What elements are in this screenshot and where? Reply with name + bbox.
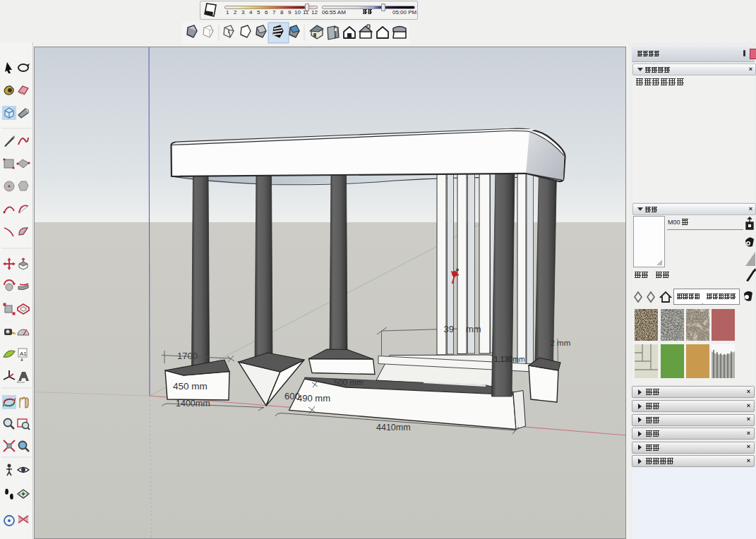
svg-text:A1: A1 — [20, 351, 27, 357]
svg-text:mm: mm — [466, 324, 481, 334]
svg-text:4410mm: 4410mm — [376, 423, 411, 432]
svg-text:2 mm: 2 mm — [551, 339, 571, 347]
svg-text:39: 39 — [444, 324, 454, 334]
svg-text:1400mm: 1400mm — [176, 399, 210, 408]
svg-text:490 mm: 490 mm — [297, 393, 330, 404]
svg-text:450 mm: 450 mm — [173, 381, 208, 392]
svg-text:1700: 1700 — [177, 351, 198, 361]
svg-text:1,130mm: 1,130mm — [494, 355, 525, 363]
svg-text:500 mm: 500 mm — [334, 378, 364, 387]
